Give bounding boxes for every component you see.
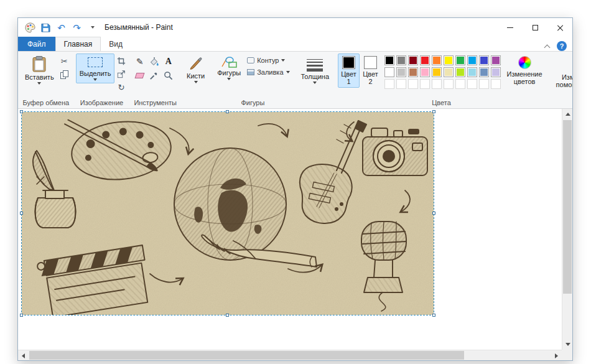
selected-canvas-image[interactable] [22,112,434,315]
selection-handle[interactable] [20,110,23,113]
selection-handle[interactable] [226,314,229,317]
palette-swatch[interactable] [491,67,501,77]
palette-swatch[interactable] [444,55,454,65]
palette-swatch[interactable] [455,55,465,65]
caret-down-icon [93,78,97,81]
palette-swatch[interactable] [420,67,430,77]
caret-down-icon [313,82,317,84]
paint3d-button[interactable]: Изменить с помощью Paint 3D [550,54,573,98]
outline-button[interactable]: Контур [244,55,292,66]
text-tool-button[interactable]: A [162,55,175,68]
vertical-scroll-thumb[interactable] [563,120,572,294]
selection-handle[interactable] [432,314,435,317]
paste-label: Вставить [25,73,54,81]
palette-swatch[interactable] [467,79,477,89]
palette-swatch[interactable] [467,67,477,77]
palette-swatch[interactable] [432,79,442,89]
horizontal-scrollbar[interactable] [18,350,562,360]
palette-swatch[interactable] [479,67,489,77]
palette-swatch[interactable] [432,67,442,77]
palette-swatch[interactable] [491,55,501,65]
scroll-down-button[interactable] [562,339,572,350]
crop-icon [117,57,126,65]
maximize-button[interactable] [523,18,547,37]
palette-swatch[interactable] [455,67,465,77]
ribbon: Вставить ✂ Буфер обмена Выделить [18,51,572,109]
scroll-up-button[interactable] [562,109,572,119]
palette-swatch[interactable] [444,79,454,89]
resize-button[interactable] [114,68,128,80]
pencil-tool-button[interactable]: ✎ [133,55,146,68]
palette-swatch[interactable] [408,67,418,77]
selection-handle[interactable] [226,110,229,113]
edit-colors-button[interactable]: Изменение цветов [504,54,545,88]
palette-swatch[interactable] [444,67,454,77]
palette-swatch[interactable] [408,79,418,89]
tab-view[interactable]: Вид [101,37,131,51]
selection-handle[interactable] [432,212,435,215]
resize-icon [117,70,126,78]
palette-swatch[interactable] [384,67,394,77]
save-button[interactable] [40,22,52,34]
paste-button[interactable]: Вставить [21,54,58,87]
redo-button[interactable]: ↷ [71,22,83,34]
selection-handle[interactable] [432,110,435,113]
caret-down-icon [194,81,198,83]
select-button[interactable]: Выделить [76,54,115,83]
sketch-collage-art [22,112,434,315]
horizontal-scroll-thumb[interactable] [29,351,464,360]
tab-file[interactable]: Файл [18,37,55,51]
palette-swatch[interactable] [479,55,489,65]
redo-icon: ↷ [73,23,81,32]
palette-swatch[interactable] [432,55,442,65]
outline-label: Контур [257,57,279,64]
palette-swatch[interactable] [467,55,477,65]
palette-swatch[interactable] [396,79,406,89]
size-button[interactable]: Толщина [297,54,333,86]
palette-swatch[interactable] [420,55,430,65]
select-label: Выделить [80,70,111,77]
palette-swatch[interactable] [384,55,394,65]
vertical-scrollbar[interactable] [562,109,572,350]
titlebar: ↶ ↷ Безымянный - Paint [18,18,572,37]
scroll-left-button[interactable] [18,350,29,360]
tab-home[interactable]: Главная [55,37,101,51]
undo-button[interactable]: ↶ [55,22,67,34]
palette-swatch[interactable] [384,79,394,89]
rotate-button[interactable]: ↻ [114,81,128,93]
palette-swatch[interactable] [455,79,465,89]
palette-swatch[interactable] [408,55,418,65]
fill-tool-button[interactable] [147,55,161,68]
shapes-icon [221,56,238,68]
palette-swatch[interactable] [491,79,501,89]
minimize-button[interactable] [498,18,523,37]
crop-button[interactable] [114,55,128,67]
close-button[interactable] [547,18,572,37]
eraser-tool-button[interactable] [133,69,146,82]
palette-swatch[interactable] [396,67,406,77]
group-paint3d: Изменить с помощью Paint 3D [549,53,573,108]
palette-swatch[interactable] [396,55,406,65]
clipboard-paste-icon [32,56,46,72]
help-button[interactable]: ? [557,41,567,51]
fill-button[interactable]: Заливка [244,67,292,78]
cut-button[interactable]: ✂ [58,55,71,67]
color1-button[interactable]: Цвет 1 [338,54,360,88]
color-picker-button[interactable] [147,69,161,82]
palette-swatch[interactable] [420,79,430,89]
collapse-ribbon-icon[interactable] [544,44,551,50]
pencil-icon: ✎ [136,57,144,67]
copy-button[interactable] [58,68,71,80]
selection-handle[interactable] [20,212,23,215]
color2-button[interactable]: Цвет 2 [360,54,381,88]
fill-bucket-icon [149,57,159,67]
magnifier-tool-button[interactable] [162,69,175,82]
shapes-button[interactable]: Фигуры [213,54,244,83]
customize-toolbar-button[interactable] [86,22,98,34]
palette-swatch[interactable] [479,79,489,89]
brushes-button[interactable]: Кисти [183,54,208,86]
group-tools: ✎ A Инструменты [131,53,179,108]
group-image: Выделить ↻ Изображение [75,53,129,108]
scroll-right-button[interactable] [551,350,562,360]
selection-handle[interactable] [20,314,23,317]
